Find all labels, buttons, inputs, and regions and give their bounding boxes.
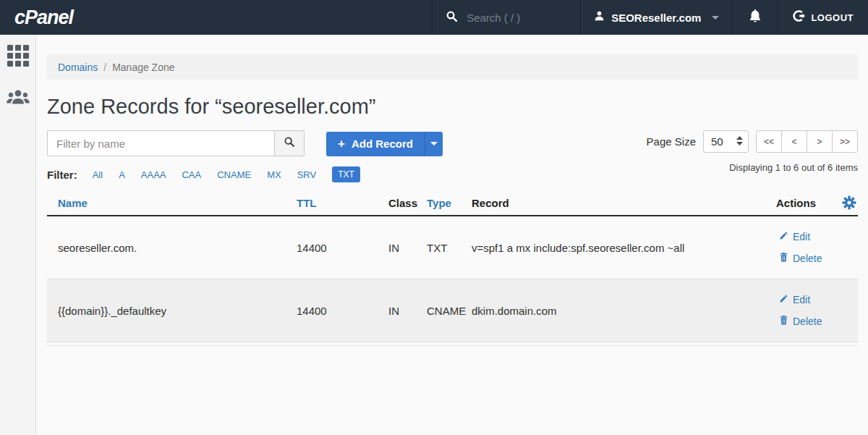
- plus-icon: +: [338, 137, 345, 151]
- pagination-last-button[interactable]: >>: [832, 130, 858, 153]
- breadcrumb: Domains / Manage Zone: [47, 54, 858, 80]
- cell-record: v=spf1 a mx include:spf.seoreseller.com …: [472, 242, 776, 254]
- delete-label: Delete: [793, 316, 822, 327]
- page-title: Zone Records for “seoreseller.com”: [47, 95, 858, 119]
- logout-icon: [793, 10, 805, 25]
- apps-grid-icon[interactable]: [7, 45, 29, 67]
- main-area: Domains / Manage Zone Zone Records for “…: [0, 35, 868, 435]
- delete-label: Delete: [793, 253, 822, 264]
- cpanel-logo: cPanel: [0, 0, 88, 35]
- magnifier-icon: [284, 136, 295, 151]
- filter-cname[interactable]: CNAME: [217, 169, 251, 180]
- edit-label: Edit: [793, 294, 810, 305]
- trash-icon: [779, 315, 788, 327]
- filter-aaaa[interactable]: AAAA: [141, 169, 166, 180]
- add-record-dropdown-toggle[interactable]: [425, 132, 443, 156]
- column-header-actions: Actions: [776, 197, 816, 209]
- table-row: {{domain}}._defaultkey 14400 IN CNAME dk…: [47, 279, 858, 342]
- search-placeholder-text: Search ( / ): [467, 12, 520, 24]
- edit-record-link[interactable]: Edit: [779, 231, 810, 242]
- edit-label: Edit: [793, 231, 810, 242]
- displaying-status: Displaying 1 to 6 out of 6 items: [729, 162, 858, 173]
- cell-name: {{domain}}._defaultkey: [47, 305, 297, 317]
- controls-left: + Add Record Filter: All A AAAA CAA CNAM…: [47, 130, 443, 182]
- page-size-select[interactable]: 50: [703, 130, 749, 153]
- cell-ttl: 14400: [297, 242, 388, 254]
- table-bottom-border: [47, 342, 858, 346]
- breadcrumb-domains-link[interactable]: Domains: [58, 62, 98, 73]
- cell-name: seoreseller.com.: [47, 242, 297, 254]
- user-icon: [594, 10, 605, 25]
- table-header: Name TTL Class Type Record Actions: [47, 190, 858, 216]
- cell-type: TXT: [427, 242, 472, 254]
- page-size-label: Page Size: [647, 135, 696, 148]
- chevron-down-icon: [430, 142, 438, 145]
- global-search[interactable]: Search ( / ): [432, 0, 580, 35]
- edit-record-link[interactable]: Edit: [779, 294, 810, 305]
- add-record-split-button: + Add Record: [326, 132, 443, 156]
- pagination-next-button[interactable]: >: [807, 130, 833, 153]
- zone-records-table: Name TTL Class Type Record Actions: [47, 190, 858, 346]
- filter-by-name-input[interactable]: [47, 130, 274, 156]
- cell-record: dkim.domain.com: [472, 305, 776, 317]
- filter-all[interactable]: All: [93, 169, 103, 180]
- filter-txt-selected[interactable]: TXT: [332, 166, 360, 182]
- filter-mx[interactable]: MX: [267, 169, 281, 180]
- cell-class: IN: [388, 305, 427, 317]
- add-record-button[interactable]: + Add Record: [326, 132, 425, 156]
- content-area: Domains / Manage Zone Zone Records for “…: [36, 35, 868, 435]
- controls-right: Page Size 50 << < > >> Displaying 1 to: [647, 130, 858, 173]
- add-record-label: Add Record: [352, 138, 413, 150]
- delete-record-link[interactable]: Delete: [779, 315, 822, 327]
- pagination-prev-button[interactable]: <: [781, 130, 807, 153]
- pagination: << < > >>: [756, 130, 858, 153]
- filter-label: Filter:: [47, 169, 77, 181]
- record-type-filters: Filter: All A AAAA CAA CNAME MX SRV TXT: [47, 166, 443, 182]
- account-name: SEOReseller.com: [611, 12, 701, 24]
- column-header-class: Class: [388, 197, 427, 209]
- pencil-icon: [779, 231, 788, 242]
- users-group-icon[interactable]: [7, 88, 30, 108]
- notifications-button[interactable]: [732, 0, 778, 35]
- delete-record-link[interactable]: Delete: [779, 252, 822, 264]
- sidebar: [0, 35, 36, 435]
- topbar-spacer: [88, 0, 432, 35]
- page-size-value: 50: [711, 135, 723, 148]
- filter-group: [47, 130, 305, 156]
- filter-search-button[interactable]: [274, 130, 305, 156]
- search-icon: [446, 10, 458, 25]
- trash-icon: [779, 252, 788, 264]
- chevron-down-icon: [712, 16, 719, 20]
- logout-button[interactable]: LOGOUT: [778, 0, 868, 35]
- pencil-icon: [779, 294, 788, 305]
- controls-row: + Add Record Filter: All A AAAA CAA CNAM…: [47, 130, 858, 182]
- filter-caa[interactable]: CAA: [182, 169, 201, 180]
- column-header-record: Record: [472, 197, 776, 209]
- logout-label: LOGOUT: [811, 12, 854, 23]
- breadcrumb-current: Manage Zone: [112, 62, 174, 73]
- account-menu[interactable]: SEOReseller.com: [580, 0, 732, 35]
- pagination-first-button[interactable]: <<: [756, 130, 782, 153]
- filter-srv[interactable]: SRV: [297, 169, 317, 180]
- cell-ttl: 14400: [297, 305, 388, 317]
- bell-icon: [749, 9, 762, 26]
- topbar: cPanel Search ( / ) SEOReseller.com LOGO…: [0, 0, 868, 35]
- column-header-type[interactable]: Type: [427, 197, 472, 209]
- breadcrumb-separator: /: [103, 62, 106, 73]
- spinner-icon: [736, 135, 743, 148]
- column-header-ttl[interactable]: TTL: [297, 197, 388, 209]
- filter-a[interactable]: A: [119, 169, 125, 180]
- gear-icon[interactable]: [842, 195, 856, 210]
- cell-type: CNAME: [427, 305, 472, 317]
- cell-class: IN: [388, 242, 427, 254]
- column-header-name[interactable]: Name: [47, 197, 297, 209]
- table-row: seoreseller.com. 14400 IN TXT v=spf1 a m…: [47, 216, 858, 279]
